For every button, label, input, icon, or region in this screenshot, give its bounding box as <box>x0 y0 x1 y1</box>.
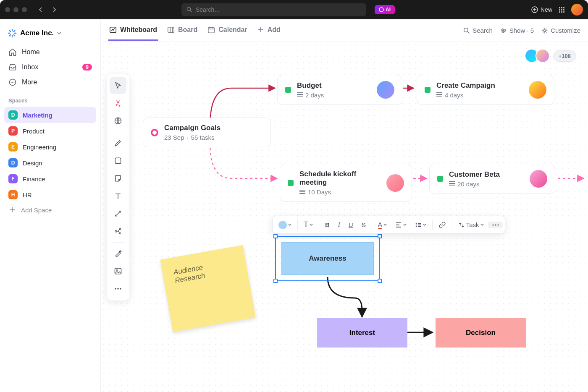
fmt-list[interactable] <box>411 220 430 230</box>
space-engineering[interactable]: E Engineering <box>4 139 96 155</box>
shape-interest[interactable]: Interest <box>317 318 407 348</box>
tool-shape[interactable] <box>110 152 126 169</box>
card-create-campaign[interactable]: Create Campaign 4 days <box>417 75 554 105</box>
more-collaborators[interactable]: +108 <box>553 50 576 62</box>
workspace-switcher[interactable]: Acme Inc. <box>4 24 96 44</box>
spaces-section-label: Spaces <box>4 90 96 107</box>
tool-magic[interactable] <box>110 245 126 262</box>
sticky-note[interactable]: Audience Research <box>160 245 255 332</box>
format-toolbar: T B I U S A Task <box>272 216 505 234</box>
add-space-button[interactable]: Add Space <box>4 203 96 217</box>
space-design[interactable]: D Design <box>4 155 96 171</box>
svg-point-11 <box>502 29 503 30</box>
tool-connector[interactable] <box>110 205 126 222</box>
maximize-dot[interactable] <box>22 7 27 12</box>
assignee-avatar[interactable] <box>377 81 394 99</box>
tab-whiteboard[interactable]: Whiteboard <box>108 20 158 41</box>
status-square-icon <box>288 180 294 186</box>
convert-icon <box>458 222 465 228</box>
link-icon <box>438 221 446 229</box>
lines-icon <box>297 92 303 97</box>
close-dot[interactable] <box>5 7 10 12</box>
card-kickoff[interactable]: Schedule kickoff meeting 10 Days <box>280 164 412 202</box>
inbox-badge: 9 <box>82 64 92 71</box>
tool-more[interactable] <box>110 280 126 297</box>
svg-point-4 <box>11 82 12 83</box>
minimize-dot[interactable] <box>13 7 18 12</box>
fmt-bold[interactable]: B <box>321 219 334 231</box>
card-campaign-goals[interactable]: Campaign Goals 23 Sep · 55 tasks <box>143 118 271 147</box>
fmt-link[interactable] <box>434 219 450 231</box>
svg-point-1 <box>379 8 383 12</box>
toolbar-customize[interactable]: Customize <box>541 27 580 34</box>
shape-awareness[interactable]: Awareness <box>281 242 374 275</box>
tool-ai[interactable] <box>110 95 126 112</box>
forward-button[interactable] <box>49 4 60 15</box>
fmt-text-color[interactable]: A <box>374 218 391 232</box>
tool-panel <box>107 74 129 301</box>
fmt-more[interactable] <box>488 222 503 228</box>
svg-point-29 <box>495 224 496 225</box>
sidebar-item-inbox[interactable]: Inbox 9 <box>4 60 96 75</box>
user-avatar[interactable] <box>571 4 583 16</box>
window-titlebar: Search… AI New <box>0 0 588 19</box>
tab-add[interactable]: Add <box>257 20 281 41</box>
global-search[interactable]: Search… <box>181 3 366 16</box>
svg-point-27 <box>415 226 417 227</box>
card-budget[interactable]: Budget 2 days <box>277 75 402 105</box>
space-icon: D <box>8 158 18 167</box>
collaborators: +108 <box>528 49 576 63</box>
toolbar-show[interactable]: Show · 5 <box>500 27 534 34</box>
sidebar-item-more[interactable]: More <box>4 75 96 90</box>
fmt-align[interactable] <box>391 220 411 230</box>
new-button[interactable]: New <box>531 6 552 13</box>
assignee-avatar[interactable] <box>529 81 546 99</box>
tool-web[interactable] <box>110 112 126 129</box>
space-product[interactable]: P Product <box>4 123 96 139</box>
tab-board[interactable]: Board <box>166 20 198 41</box>
svg-point-28 <box>492 224 494 225</box>
sidebar-item-home[interactable]: Home <box>4 44 96 60</box>
assignee-avatar[interactable] <box>530 170 547 188</box>
whiteboard-canvas[interactable]: +108 <box>101 42 588 392</box>
back-button[interactable] <box>35 4 46 15</box>
view-tabs: Whiteboard Board Calendar Add Search <box>101 19 588 42</box>
card-customer-beta[interactable]: Customer Beta 20 days <box>429 164 555 194</box>
chevron-down-icon <box>310 223 313 227</box>
space-hr[interactable]: H HR <box>4 187 96 203</box>
fmt-underline[interactable]: U <box>344 219 357 231</box>
svg-point-17 <box>115 230 117 232</box>
svg-rect-9 <box>208 28 214 33</box>
status-square-icon <box>425 87 430 93</box>
toolbar-search[interactable]: Search <box>463 27 493 34</box>
status-ring-icon <box>151 129 158 136</box>
tool-select[interactable] <box>110 77 126 94</box>
tool-text[interactable] <box>110 188 126 204</box>
svg-point-13 <box>502 31 504 32</box>
fmt-italic[interactable]: I <box>334 219 344 231</box>
fmt-text-style[interactable]: T <box>299 218 317 232</box>
assignee-avatar[interactable] <box>386 174 404 192</box>
ai-sparkle-icon <box>379 7 384 12</box>
fmt-convert-task[interactable]: Task <box>454 219 488 231</box>
fmt-fill-color[interactable] <box>274 218 296 232</box>
fmt-strike[interactable]: S <box>357 219 370 231</box>
space-marketing[interactable]: D Marketing <box>4 107 96 123</box>
svg-point-0 <box>187 7 190 10</box>
more-icon <box>8 78 17 86</box>
plus-icon <box>257 26 264 33</box>
apps-grid-icon[interactable] <box>559 7 564 13</box>
chevron-down-icon <box>57 31 61 35</box>
plus-icon <box>8 206 16 214</box>
space-finance[interactable]: F Finance <box>4 171 96 187</box>
tool-sticky[interactable] <box>110 170 126 187</box>
tool-pen[interactable] <box>110 135 126 152</box>
tool-mindmap[interactable] <box>110 223 126 240</box>
svg-rect-20 <box>115 268 121 274</box>
collaborator-avatar[interactable] <box>536 49 550 63</box>
tool-image[interactable] <box>110 263 126 280</box>
shape-decision[interactable]: Decision <box>436 318 526 348</box>
search-icon <box>186 7 192 13</box>
ai-button[interactable]: AI <box>375 5 395 14</box>
tab-calendar[interactable]: Calendar <box>207 20 248 41</box>
